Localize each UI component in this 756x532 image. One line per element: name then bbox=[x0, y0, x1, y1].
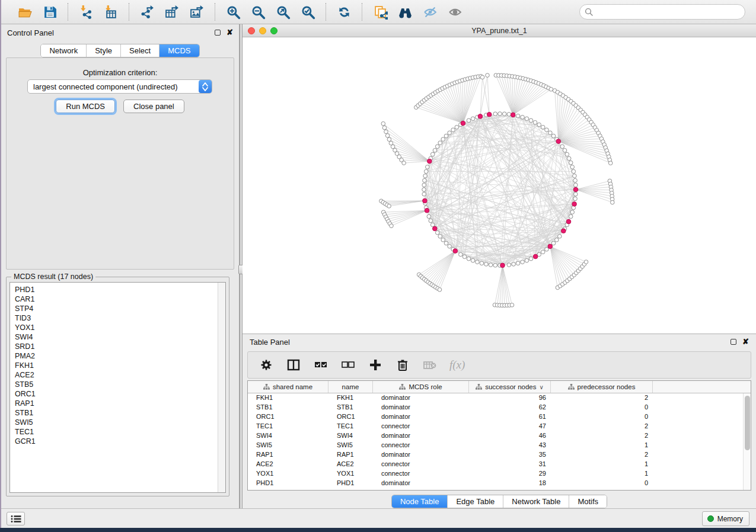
add-icon[interactable] bbox=[368, 357, 383, 373]
cell-predecessor_nodes: 0 bbox=[551, 403, 653, 412]
result-node[interactable]: CAR1 bbox=[15, 294, 225, 304]
column-header-mcds_role[interactable]: MCDS role bbox=[373, 381, 469, 393]
result-node[interactable]: RAP1 bbox=[15, 399, 225, 408]
table-row[interactable]: FKH1FKH1dominator962 bbox=[248, 393, 751, 403]
cell-predecessor_nodes: 2 bbox=[551, 422, 653, 431]
zoom-selected-icon[interactable] bbox=[299, 4, 316, 20]
mcds-result-list[interactable]: PHD1CAR1STP4TID3YOX1SWI4SRD1PMA2FKH1ACE2… bbox=[9, 282, 226, 493]
export-network-icon[interactable] bbox=[139, 4, 155, 20]
refresh-icon[interactable] bbox=[336, 4, 352, 20]
result-node[interactable]: ACE2 bbox=[15, 370, 225, 380]
cell-predecessor_nodes: 2 bbox=[551, 450, 653, 460]
result-node[interactable]: SWI4 bbox=[15, 332, 225, 342]
cell-successor_nodes: 31 bbox=[469, 460, 551, 469]
table-row[interactable]: RAP1RAP1dominator352 bbox=[248, 450, 751, 460]
close-table-panel-icon[interactable]: ✘ bbox=[742, 339, 749, 345]
zoom-fit-icon[interactable] bbox=[275, 4, 291, 20]
result-node[interactable]: FKH1 bbox=[15, 361, 225, 370]
task-history-button[interactable] bbox=[7, 512, 25, 525]
mcds-result-group: MCDS result (17 nodes) PHD1CAR1STP4TID3Y… bbox=[6, 277, 229, 496]
cell-predecessor_nodes: 0 bbox=[551, 479, 653, 488]
cell-name: TEC1 bbox=[328, 422, 373, 431]
zoom-out-icon[interactable] bbox=[250, 4, 266, 20]
cell-successor_nodes: 96 bbox=[469, 393, 551, 403]
result-scrollbar[interactable] bbox=[218, 283, 225, 492]
cell-name: ORC1 bbox=[328, 412, 373, 422]
table-row[interactable]: PHD1PHD1dominator180 bbox=[248, 479, 751, 488]
search-input[interactable] bbox=[579, 4, 745, 20]
deselect-all-icon[interactable] bbox=[340, 357, 356, 373]
result-node[interactable]: ORC1 bbox=[15, 389, 225, 399]
run-mcds-button[interactable]: Run MCDS bbox=[56, 100, 115, 113]
node-table[interactable]: shared namenameMCDS rolesuccessor nodes∨… bbox=[247, 380, 751, 491]
clone-network-icon[interactable] bbox=[372, 4, 388, 20]
network-canvas[interactable] bbox=[243, 37, 756, 333]
table-header-row: shared namenameMCDS rolesuccessor nodes∨… bbox=[248, 381, 751, 393]
cell-name: YOX1 bbox=[328, 469, 373, 479]
hide-glasses-icon[interactable] bbox=[422, 4, 438, 20]
import-table-icon[interactable] bbox=[103, 4, 119, 20]
tab-style[interactable]: Style bbox=[87, 44, 121, 57]
binoculars-icon[interactable] bbox=[397, 4, 413, 20]
result-node[interactable]: TID3 bbox=[15, 313, 225, 323]
result-node[interactable]: GCR1 bbox=[15, 437, 225, 446]
table-scrollbar[interactable] bbox=[743, 393, 751, 490]
close-panel-button[interactable]: Close panel bbox=[123, 100, 184, 113]
result-node[interactable]: STB1 bbox=[15, 408, 225, 418]
table-row[interactable]: ACE2ACE2connector311 bbox=[248, 460, 751, 469]
table-row[interactable]: ORC1ORC1dominator610 bbox=[248, 412, 751, 422]
tab-network-table[interactable]: Network Table bbox=[503, 495, 569, 508]
cell-successor_nodes: 29 bbox=[469, 469, 551, 479]
gear-icon[interactable] bbox=[259, 357, 274, 373]
table-panel-title: Table Panel bbox=[250, 338, 290, 347]
float-panel-icon[interactable] bbox=[215, 30, 221, 36]
import-network-icon[interactable] bbox=[78, 4, 94, 20]
close-panel-icon[interactable]: ✘ bbox=[227, 30, 233, 36]
table-tabs: Node TableEdge TableNetwork TableMotifs bbox=[391, 495, 607, 508]
export-image-icon[interactable] bbox=[189, 4, 205, 20]
tab-network[interactable]: Network bbox=[41, 44, 87, 57]
control-panel-tabs: NetworkStyleSelectMCDS bbox=[40, 44, 199, 57]
result-node[interactable]: TEC1 bbox=[15, 427, 225, 437]
function-icon: f(x) bbox=[449, 358, 465, 371]
optimization-criterion-select[interactable]: largest connected component (undirected) bbox=[27, 79, 212, 94]
tab-select[interactable]: Select bbox=[121, 44, 160, 57]
table-row[interactable]: SWI4SWI4dominator462 bbox=[248, 431, 751, 441]
result-node[interactable]: PHD1 bbox=[15, 285, 225, 294]
tab-motifs[interactable]: Motifs bbox=[569, 495, 607, 508]
memory-button[interactable]: Memory bbox=[702, 511, 749, 526]
column-header-successor_nodes[interactable]: successor nodes∨ bbox=[469, 381, 551, 393]
result-node[interactable]: STP4 bbox=[15, 304, 225, 313]
open-folder-icon[interactable] bbox=[17, 4, 33, 20]
cell-predecessor_nodes: 1 bbox=[551, 460, 653, 469]
delete-icon[interactable] bbox=[395, 357, 410, 373]
tab-edge-table[interactable]: Edge Table bbox=[448, 495, 503, 508]
select-all-icon[interactable] bbox=[313, 357, 328, 373]
result-node[interactable]: YOX1 bbox=[15, 323, 225, 332]
table-row[interactable]: YOX1YOX1connector291 bbox=[248, 469, 751, 479]
tab-mcds[interactable]: MCDS bbox=[160, 44, 199, 57]
save-icon[interactable] bbox=[42, 4, 58, 20]
network-window: YPA_prune.txt_1 bbox=[243, 24, 756, 334]
result-node[interactable]: STB5 bbox=[15, 380, 225, 389]
result-node[interactable]: SWI5 bbox=[15, 418, 225, 427]
result-node[interactable]: SRD1 bbox=[15, 342, 225, 351]
table-panel: Table Panel ✘ f(x) shared namenameMCDS r… bbox=[243, 334, 756, 508]
cell-name: RAP1 bbox=[328, 450, 373, 460]
control-panel: Control Panel ✘ NetworkStyleSelectMCDS O… bbox=[1, 24, 240, 508]
show-eye-icon[interactable] bbox=[446, 4, 463, 20]
columns-icon[interactable] bbox=[286, 357, 301, 373]
result-node[interactable]: PMA2 bbox=[15, 351, 225, 361]
column-header-name[interactable]: name bbox=[328, 381, 373, 393]
column-header-shared_name[interactable]: shared name bbox=[248, 381, 328, 393]
zoom-in-icon[interactable] bbox=[225, 4, 241, 20]
table-row[interactable]: TEC1TEC1connector472 bbox=[248, 422, 751, 431]
table-scrollbar-thumb[interactable] bbox=[745, 396, 750, 450]
float-table-panel-icon[interactable] bbox=[731, 339, 736, 345]
export-table-icon[interactable] bbox=[164, 4, 180, 20]
cell-name: SWI4 bbox=[328, 431, 373, 441]
table-row[interactable]: SWI5SWI5connector431 bbox=[248, 441, 751, 450]
tab-node-table[interactable]: Node Table bbox=[392, 495, 448, 508]
column-header-predecessor_nodes[interactable]: predecessor nodes bbox=[551, 381, 653, 393]
table-row[interactable]: STB1STB1dominator620 bbox=[248, 403, 751, 412]
